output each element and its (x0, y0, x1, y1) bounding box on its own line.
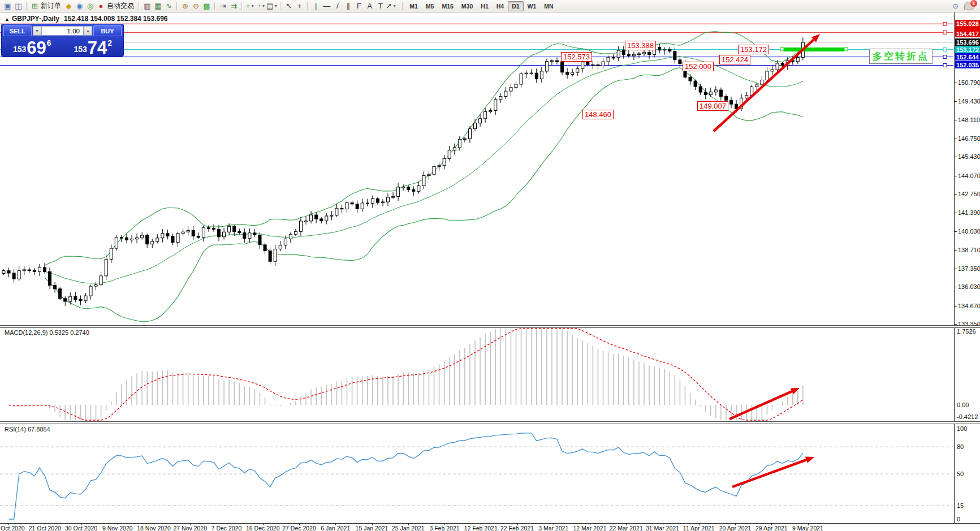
turning-point-label[interactable]: 多空转折点 (869, 49, 932, 64)
price-axis-label: 153.172 (955, 46, 980, 53)
toolbar-separator (280, 2, 281, 10)
price-tag[interactable]: 148.460 (582, 110, 614, 119)
vertical-line-icon[interactable]: | (310, 1, 321, 11)
date-label: 22 Mar 2021 (610, 525, 643, 531)
profiles-icon[interactable]: ◫ (13, 1, 24, 11)
one-click-trading-panel: SELL ▼ 1.00 ▲ BUY 153 69 6 153 74 2 (1, 24, 124, 57)
sell-price-pip: 6 (47, 38, 51, 48)
date-label: 29 Apr 2021 (755, 525, 788, 531)
line-chart-icon[interactable]: ∿ (163, 1, 174, 11)
market-watch-icon[interactable]: ◆ (63, 1, 74, 11)
rsi-axis-label: 80 (957, 443, 964, 450)
new-chart-icon[interactable]: ▣ (2, 1, 13, 11)
volume-up-button[interactable]: ▲ (84, 26, 92, 36)
date-label: 18 Nov 2020 (137, 525, 171, 531)
sell-price[interactable]: 153 69 6 (2, 36, 63, 57)
chat-icon[interactable]: 1 (964, 2, 974, 10)
date-label: 9 May 2021 (792, 525, 823, 531)
toolbar: ▣◫⊞新订单◆◉◎●自动交易▥▦∿⊕⊖▩⇥⇉+▼◔▼▤▼↖+|—/∥FAT↗▼ … (0, 0, 980, 12)
equidistant-channel-icon[interactable]: ∥ (343, 1, 353, 11)
price-tag[interactable]: 152.424 (719, 55, 750, 64)
volume-down-button[interactable]: ▼ (33, 26, 41, 36)
new-order-icon[interactable]: ⊞ (29, 1, 40, 11)
price-axis-tick: 137.350 (958, 265, 980, 272)
timeframe-d1[interactable]: D1 (508, 1, 523, 11)
zoom-in-icon[interactable]: ⊕ (180, 1, 191, 11)
price-tag[interactable]: 152.573 (561, 52, 592, 62)
horizontal-line-icon[interactable]: — (321, 1, 332, 11)
date-label: 11 Apr 2021 (683, 525, 715, 531)
price-axis-tick: 149.430 (958, 98, 980, 105)
templates-icon[interactable]: ▤▼ (266, 1, 278, 11)
data-window-icon[interactable]: ◉ (74, 1, 85, 11)
timeframe-h4[interactable]: H4 (493, 1, 508, 11)
timeframe-h1[interactable]: H1 (477, 1, 492, 11)
text-icon[interactable]: A (364, 1, 375, 11)
autotrading-icon[interactable]: ● (96, 1, 106, 11)
date-label: 30 Oct 2020 (65, 525, 97, 531)
price-axis-tick: 150.790 (958, 79, 980, 86)
price-axis-tick: 145.430 (958, 153, 980, 160)
indicators-icon[interactable]: +▼ (245, 1, 256, 11)
timeframe-m1[interactable]: M1 (405, 1, 422, 11)
toolbar-separator (139, 2, 140, 10)
toolbar-separator (241, 2, 243, 10)
date-label: 3 Feb 2021 (429, 525, 459, 531)
date-label: 16 Dec 2020 (246, 525, 280, 531)
sell-button[interactable]: SELL (3, 25, 32, 36)
candlestick-chart-icon[interactable]: ▦ (153, 1, 163, 11)
crosshair-icon[interactable]: + (294, 1, 305, 11)
price-axis-label: 152.035 (955, 61, 980, 68)
price-tag[interactable]: 152.000 (683, 62, 714, 71)
date-label: 20 Apr 2021 (719, 525, 752, 531)
date-label: 12 Mar 2021 (573, 525, 607, 531)
bar-chart-icon[interactable]: ▥ (142, 1, 153, 11)
date-label: 12 Feb 2021 (464, 525, 498, 531)
price-tag[interactable]: 153.172 (738, 45, 769, 54)
new-order-label[interactable]: 新订单 (41, 1, 61, 11)
date-label: 9 Nov 2020 (102, 525, 133, 531)
toolbar-separator (26, 2, 27, 10)
price-axis-tick: 148.110 (958, 116, 980, 123)
buy-price[interactable]: 153 74 2 (63, 36, 124, 57)
rsi-value: 67.8854 (28, 426, 50, 433)
tile-windows-icon[interactable]: ▩ (201, 1, 212, 11)
zoom-out-icon[interactable]: ⊖ (191, 1, 201, 11)
rsi-panel-canvas[interactable] (0, 424, 954, 523)
search-icon[interactable]: ⊙ (950, 1, 961, 11)
trendline-icon[interactable]: / (332, 1, 343, 11)
macd-panel-canvas[interactable] (0, 327, 954, 421)
price-axis-label: 154.417 (955, 30, 980, 37)
buy-button[interactable]: BUY (93, 25, 122, 36)
autotrading-label[interactable]: 自动交易 (107, 1, 134, 11)
timeframe-mn[interactable]: MN (540, 1, 557, 11)
chart-shift-icon[interactable]: ⇥ (218, 1, 228, 11)
rsi-axis-label: 15 (957, 502, 964, 509)
text-label-icon[interactable]: T (375, 1, 386, 11)
timeframe-m15[interactable]: M15 (438, 1, 457, 11)
price-axis-tick: 140.030 (958, 228, 980, 235)
price-axis-label: 153.696 (955, 38, 980, 46)
arrows-tool-icon[interactable]: ↗▼ (386, 1, 396, 11)
price-tag[interactable]: 153.388 (625, 41, 656, 50)
date-label: 7 Dec 2020 (211, 525, 242, 531)
ea-signal-icon[interactable]: ◎ (85, 1, 96, 11)
timeframe-m5[interactable]: M5 (422, 1, 438, 11)
fibonacci-icon[interactable]: F (353, 1, 364, 11)
main-chart-canvas[interactable] (0, 12, 954, 325)
chart-title: ▲GBPJPY-,Daily152.418 154.008 152.384 15… (5, 15, 167, 23)
timeframe-m30[interactable]: M30 (457, 1, 477, 11)
auto-scroll-icon[interactable]: ⇉ (228, 1, 239, 11)
macd-values: 0.5325 0.2740 (49, 329, 89, 336)
price-axis-tick: 134.670 (958, 303, 980, 309)
macd-rsi-separator[interactable] (0, 421, 980, 424)
volume-input[interactable]: 1.00 (41, 26, 84, 36)
timeframe-w1[interactable]: W1 (524, 1, 541, 11)
price-tag[interactable]: 149.007 (697, 101, 728, 111)
notification-badge: 1 (970, 0, 977, 7)
rsi-axis-label: 50 (957, 470, 964, 477)
main-macd-separator[interactable] (0, 325, 980, 328)
periods-icon[interactable]: ◔▼ (256, 1, 266, 11)
sell-price-main: 69 (27, 41, 46, 55)
cursor-icon[interactable]: ↖ (283, 1, 294, 11)
